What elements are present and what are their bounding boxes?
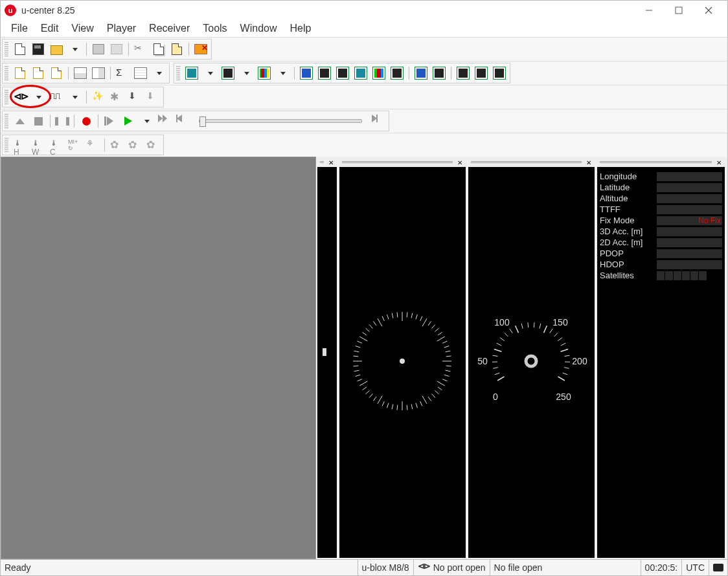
view-doc-c[interactable]: [48, 65, 65, 82]
copy-button[interactable]: [150, 41, 167, 58]
view-grid-a[interactable]: [72, 65, 89, 82]
mail-button[interactable]: ✕: [192, 41, 209, 58]
data-row: 2D Acc. [m]: [600, 237, 722, 248]
menu-file[interactable]: File: [5, 21, 34, 36]
rewind-button[interactable]: [174, 113, 191, 129]
chart-a-dd[interactable]: [201, 65, 218, 82]
menu-window[interactable]: Window: [234, 21, 284, 36]
aid-a-button[interactable]: MI+↻: [66, 137, 83, 153]
fw-down-button[interactable]: ⬇︎: [126, 89, 143, 105]
svg-line-37: [387, 403, 389, 408]
grid-c[interactable]: [413, 65, 429, 82]
chart-b-dd[interactable]: [238, 65, 255, 82]
panel-head[interactable]: ✕: [597, 158, 725, 167]
pause-button[interactable]: [54, 113, 71, 129]
port-dropdown[interactable]: [30, 89, 47, 105]
svg-line-20: [446, 366, 451, 366]
chart-b[interactable]: [220, 65, 236, 82]
menu-player[interactable]: Player: [100, 21, 142, 36]
titlebar: u u-center 8.25: [1, 1, 727, 20]
chart-a[interactable]: [183, 65, 200, 82]
data-label: 3D Acc. [m]: [600, 227, 657, 236]
open-button[interactable]: [48, 41, 65, 58]
panel-close-icon[interactable]: ✕: [584, 159, 593, 166]
panel-close-icon[interactable]: ✕: [455, 159, 464, 166]
play-button[interactable]: [120, 113, 137, 129]
open-dropdown[interactable]: [66, 41, 83, 58]
cold-start-button[interactable]: 🌡C: [48, 137, 65, 153]
scope-e[interactable]: [370, 65, 387, 82]
menu-help[interactable]: Help: [284, 21, 318, 36]
panel-close-icon[interactable]: ✕: [326, 159, 336, 166]
bug-button[interactable]: ✱: [108, 89, 125, 105]
scope-c[interactable]: [334, 65, 351, 82]
end-button[interactable]: [370, 113, 387, 129]
panel-head[interactable]: ✕: [339, 158, 466, 167]
eject-button[interactable]: [12, 113, 28, 129]
ffwd-button[interactable]: [156, 113, 173, 129]
print-button[interactable]: [90, 41, 107, 58]
playback-slider[interactable]: [196, 119, 365, 123]
svg-line-84: [561, 343, 565, 346]
cfg-a-button[interactable]: ✿: [108, 137, 125, 153]
scope-b[interactable]: [316, 65, 333, 82]
view-doc-b[interactable]: [30, 65, 47, 82]
view-grid-b[interactable]: [90, 65, 107, 82]
bars-dd[interactable]: [274, 65, 291, 82]
baud-dropdown[interactable]: [66, 89, 83, 105]
paste-button[interactable]: [168, 41, 185, 58]
panel-close-icon[interactable]: ✕: [714, 159, 723, 166]
close-button[interactable]: [694, 1, 723, 20]
cfg-b-button[interactable]: ✿: [126, 137, 143, 153]
menu-view[interactable]: View: [65, 21, 100, 36]
step-button[interactable]: [102, 113, 119, 129]
panel-head[interactable]: ✕: [468, 158, 595, 167]
svg-line-31: [416, 403, 417, 408]
star-c[interactable]: [491, 65, 508, 82]
view-sheet[interactable]: [132, 65, 149, 82]
star-a[interactable]: [455, 65, 472, 82]
play-dropdown[interactable]: [138, 113, 155, 129]
svg-point-64: [400, 359, 405, 364]
stop-button[interactable]: [30, 113, 47, 129]
view-sigma[interactable]: Σ: [114, 65, 131, 82]
maximize-button[interactable]: [664, 1, 694, 20]
flower[interactable]: [431, 65, 448, 82]
scissors-icon: ✂: [134, 43, 147, 56]
save-button[interactable]: [30, 41, 47, 58]
cfg-c-button[interactable]: ✿: [144, 137, 161, 153]
minimize-button[interactable]: [634, 1, 664, 20]
panel-head[interactable]: ✕: [317, 158, 337, 167]
warm-start-button[interactable]: 🌡W: [30, 137, 47, 153]
scope-a[interactable]: [298, 65, 315, 82]
port-button[interactable]: ⊲⊳: [12, 89, 28, 105]
scope-f[interactable]: [389, 65, 405, 82]
view-sheet-dd[interactable]: [150, 65, 167, 82]
menu-tools[interactable]: Tools: [196, 21, 233, 36]
view-doc-a[interactable]: [12, 65, 28, 82]
menu-receiver[interactable]: Receiver: [142, 21, 196, 36]
svg-line-14: [437, 337, 445, 341]
star-b[interactable]: [473, 65, 490, 82]
svg-line-21: [446, 370, 451, 371]
gear-icon: ✿: [110, 138, 123, 151]
menu-edit[interactable]: Edit: [34, 21, 65, 36]
doc-icon: [51, 67, 62, 79]
record-button[interactable]: [78, 113, 95, 129]
print-preview-button[interactable]: [108, 41, 125, 58]
data-label: Fix Mode: [600, 216, 657, 225]
svg-line-6: [411, 313, 413, 318]
bars[interactable]: [256, 65, 273, 82]
aid-b-button[interactable]: ⚘: [84, 137, 101, 153]
new-button[interactable]: [12, 41, 28, 58]
scope-d[interactable]: [352, 65, 369, 82]
wand-button[interactable]: ✨: [90, 89, 107, 105]
wand-icon: ✨: [92, 91, 105, 104]
grid-icon: [415, 67, 427, 80]
hot-start-button[interactable]: 🌡H: [12, 137, 28, 153]
baud-button[interactable]: ⎍⎍: [48, 89, 65, 105]
cut-button[interactable]: ✂: [132, 41, 149, 58]
svg-line-30: [420, 401, 422, 406]
fw-up-button[interactable]: ⬇︎: [144, 89, 161, 105]
sheet-icon: [134, 67, 147, 79]
